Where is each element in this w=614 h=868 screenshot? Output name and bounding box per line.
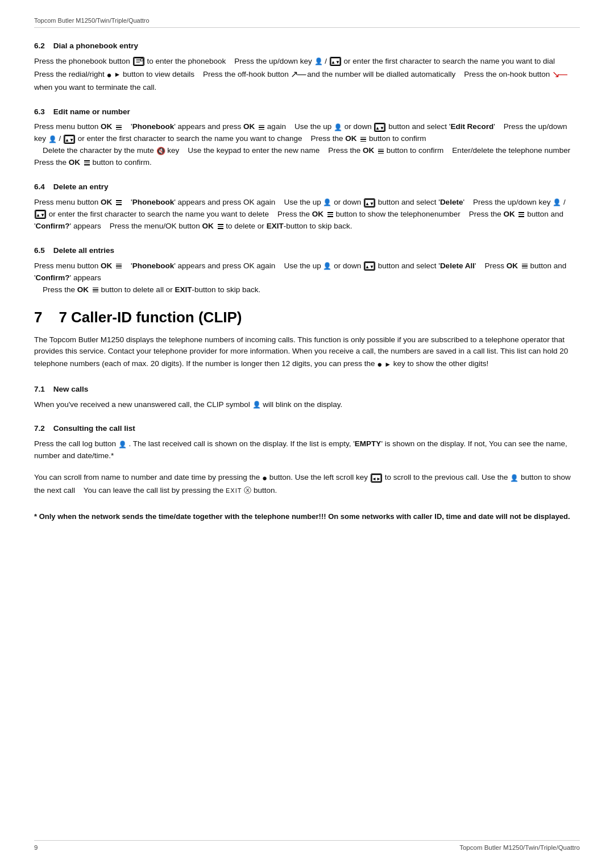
footer-page: 9 <box>34 844 38 851</box>
section-6-5-heading: 6.5 Delete all entries <box>34 245 580 257</box>
section-6-5: 6.5 Delete all entries Press menu button… <box>34 245 580 296</box>
arrow-right-icon-1: ► <box>114 69 121 80</box>
svg-text:◄►: ◄► <box>372 476 381 481</box>
ok-menu-icon-7 <box>326 212 333 217</box>
ok-menu-icon-11 <box>521 264 528 269</box>
section-6-3-heading: 6.3 Edit name or number <box>34 106 580 118</box>
calllog-icon: 👤 <box>118 439 127 450</box>
ok-menu-icon-4 <box>377 149 384 154</box>
person-icon-5: 👤 <box>553 197 561 208</box>
section-6-2: 6.2 Dial a phonebook entry Press the pho… <box>34 40 580 94</box>
chapter-7-number: 7 <box>34 309 42 326</box>
clip-symbol-icon: 👤 <box>252 400 261 410</box>
svg-text:▲▼: ▲▼ <box>375 126 384 131</box>
ok-menu-icon-12 <box>92 288 98 293</box>
section-7-2: 7.2 Consulting the call list Press the c… <box>34 423 580 522</box>
navpad-icon-3: ▲▼ <box>64 135 75 144</box>
circle-icon-1: ● <box>107 68 112 81</box>
section-6-5-body: Press menu button OK 'Phonebook' appears… <box>34 260 580 296</box>
section-7-2-heading: 7.2 Consulting the call list <box>34 423 580 435</box>
exit-circle-icon: ⓧ <box>244 485 251 496</box>
section-7-1-body: When you've received a new unanswered ca… <box>34 399 580 411</box>
svg-text:▲▼: ▲▼ <box>331 60 340 65</box>
chapter-7-heading: 7 7 Caller-ID function (CLIP) <box>34 309 580 326</box>
mute-icon: 🔇 <box>156 146 165 157</box>
circle-icon-3: ● <box>262 471 267 484</box>
person-icon-4: 👤 <box>323 197 331 208</box>
section-7-2-note: * Only when the network sends the time/d… <box>34 511 580 522</box>
person-icon-1: 👤 <box>314 56 323 67</box>
section-7-1-heading: 7.1 New calls <box>34 384 580 396</box>
footer-brand: Topcom Butler M1250/Twin/Triple/Quattro <box>459 844 580 851</box>
svg-text:▲▼: ▲▼ <box>65 137 74 142</box>
section-6-3: 6.3 Edit name or number Press menu butto… <box>34 106 580 169</box>
navpad-icon-5: ▲▼ <box>35 210 46 219</box>
svg-rect-0 <box>134 58 143 65</box>
circle-icon-2: ● <box>377 358 382 371</box>
svg-text:▲▼: ▲▼ <box>365 264 374 269</box>
section-6-2-heading: 6.2 Dial a phonebook entry <box>34 40 580 52</box>
person-icon-2: 👤 <box>334 122 342 133</box>
ok-menu-icon-5 <box>83 160 90 165</box>
svg-text:▲▼: ▲▼ <box>36 213 45 218</box>
ok-menu-icon-3 <box>359 137 366 142</box>
section-6-4-heading: 6.4 Delete an entry <box>34 181 580 193</box>
section-7-2-body-2: You can scroll from name to number and d… <box>34 471 580 496</box>
phonebook-icon <box>133 57 144 66</box>
navpad-icon-7: ◄► <box>371 474 382 483</box>
chapter-7-title: 7 Caller-ID function (CLIP) <box>59 309 242 326</box>
ok-menu-icon-8 <box>517 212 524 217</box>
section-7-1: 7.1 New calls When you've received a new… <box>34 384 580 411</box>
navpad-icon-6: ▲▼ <box>364 261 375 271</box>
ok-menu-icon-1 <box>115 125 122 130</box>
navpad-icon-4: ▲▼ <box>364 198 375 207</box>
person-icon-6: 👤 <box>323 261 331 272</box>
header-bar: Topcom Butler M1250/Twin/Triple/Quattro <box>34 17 580 28</box>
ok-menu-icon-10 <box>115 264 122 269</box>
ok-menu-icon-9 <box>217 224 223 229</box>
hookon-icon: ↘— <box>552 68 566 82</box>
person-icon-3: 👤 <box>48 134 57 145</box>
arrow-right-icon-2: ► <box>384 359 391 370</box>
svg-text:▲▼: ▲▼ <box>365 201 374 206</box>
page: Topcom Butler M1250/Twin/Triple/Quattro … <box>0 0 614 868</box>
section-6-3-body: Press menu button OK 'Phonebook' appears… <box>34 121 580 169</box>
navpad-icon-2: ▲▼ <box>374 123 385 132</box>
ok-menu-icon-2 <box>258 125 264 130</box>
chapter-7: 7 7 Caller-ID function (CLIP) The Topcom… <box>34 309 580 371</box>
person-icon-7: 👤 <box>510 473 518 484</box>
ok-menu-icon-6 <box>115 200 122 205</box>
section-7-2-body-1: Press the call log button 👤 . The last r… <box>34 438 580 462</box>
section-6-4: 6.4 Delete an entry Press menu button OK… <box>34 181 580 232</box>
svg-point-4 <box>140 59 143 61</box>
chapter-7-intro: The Topcom Butler M1250 displays the tel… <box>34 334 580 371</box>
header-text: Topcom Butler M1250/Twin/Triple/Quattro <box>34 17 150 24</box>
footer: 9 Topcom Butler M1250/Twin/Triple/Quattr… <box>34 840 580 851</box>
hookoff-icon: ↗— <box>291 68 305 82</box>
navpad-icon-1: ▲▼ <box>330 57 341 66</box>
section-6-4-body: Press menu button OK 'Phonebook' appears… <box>34 197 580 232</box>
section-6-2-body: Press the phonebook button to enter the … <box>34 56 580 94</box>
